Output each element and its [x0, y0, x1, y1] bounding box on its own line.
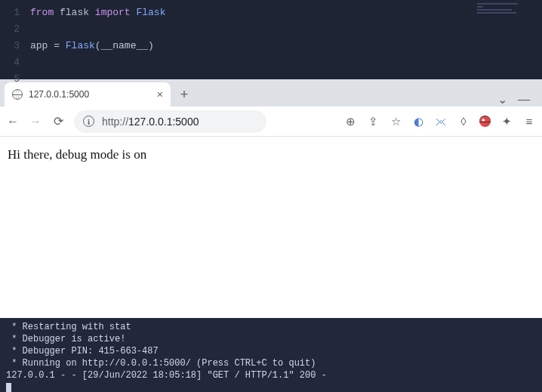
code-editor-pane[interactable]: 1from flask import Flask23app = Flask(__… — [0, 0, 542, 79]
line-number: 5 — [9, 71, 30, 88]
line-number: 2 — [9, 21, 30, 38]
browser-viewport[interactable]: Hi there, debug mode is on — [0, 137, 542, 318]
line-number: 1 — [9, 5, 30, 21]
url-host: 127.0.0.1:5000 — [128, 116, 199, 128]
url-scheme: http:// — [102, 116, 128, 128]
bookmark-star-icon[interactable]: ☆ — [389, 115, 402, 128]
code-content: app = Flask(__name__) — [30, 38, 154, 54]
extensions-puzzle-icon[interactable]: ✦ — [500, 115, 513, 128]
code-line[interactable]: 5 — [9, 71, 542, 88]
terminal-output: * Restarting with stat * Debugger is act… — [6, 321, 536, 381]
code-line[interactable]: 3app = Flask(__name__) — [9, 38, 542, 54]
extension-icon-2[interactable]: ⩙ — [434, 115, 448, 128]
minimize-icon[interactable]: ― — [518, 93, 530, 106]
browser-toolbar: ← → ⟳ http://127.0.0.1:5000 ⊕ ⇪ ☆ ◐ ⩙ ◊ … — [0, 106, 542, 137]
back-button[interactable]: ← — [6, 115, 20, 128]
terminal-pane[interactable]: * Restarting with stat * Debugger is act… — [0, 318, 542, 392]
globe-icon — [12, 89, 23, 100]
code-line[interactable]: 1from flask import Flask — [9, 5, 542, 21]
minimap[interactable] — [477, 3, 530, 33]
browser-window: 127.0.0.1:5000 × + ⌄ ― ← → ⟳ http://127.… — [0, 79, 542, 318]
tab-title: 127.0.0.1:5000 — [29, 89, 151, 100]
share-icon[interactable]: ⇪ — [366, 115, 380, 128]
line-number: 4 — [9, 54, 30, 71]
chevron-down-icon[interactable]: ⌄ — [497, 92, 507, 106]
extension-icon-1[interactable]: ◐ — [411, 115, 425, 128]
address-bar[interactable]: http://127.0.0.1:5000 — [74, 110, 266, 133]
reading-list-icon[interactable]: ≡ — [522, 115, 536, 128]
page-body-text: Hi there, debug mode is on — [8, 147, 534, 162]
code-line[interactable]: 2 — [9, 21, 542, 38]
extension-ball-icon[interactable] — [479, 116, 491, 127]
extension-shield-icon[interactable]: ◊ — [457, 115, 470, 128]
line-number: 3 — [9, 38, 30, 54]
tab-close-icon[interactable]: × — [157, 88, 163, 100]
code-content: from flask import Flask — [30, 5, 165, 21]
forward-button: → — [29, 115, 42, 128]
site-info-icon[interactable] — [83, 116, 94, 127]
code-line[interactable]: 4 — [9, 54, 542, 71]
zoom-icon[interactable]: ⊕ — [343, 115, 357, 128]
reload-button[interactable]: ⟳ — [51, 114, 65, 128]
terminal-cursor — [6, 383, 11, 392]
